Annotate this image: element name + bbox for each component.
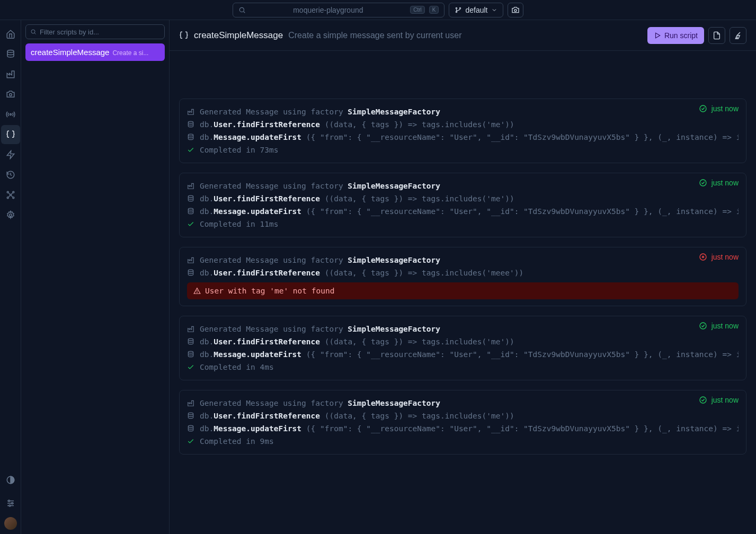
check-circle-icon (699, 322, 707, 330)
log-time: just now (711, 179, 739, 187)
factory-icon (187, 256, 195, 264)
db-icon (187, 208, 195, 215)
filter-input-wrap[interactable] (25, 24, 165, 39)
gear-icon (6, 210, 15, 220)
svg-line-16 (11, 193, 12, 194)
logs-area[interactable]: just nowGenerated Message using factory … (170, 51, 756, 534)
nav-home[interactable] (1, 24, 20, 43)
script-item-desc: Create a si... (112, 49, 148, 57)
db-icon (187, 351, 195, 358)
svg-point-33 (188, 121, 193, 123)
log-status: just now (699, 179, 739, 187)
check-icon (187, 220, 195, 228)
svg-point-0 (240, 7, 244, 12)
script-icon (179, 31, 189, 40)
home-icon (6, 29, 15, 39)
nav-config[interactable] (1, 206, 20, 225)
nav-scripts[interactable] (1, 125, 20, 144)
log-card[interactable]: just nowGenerated Message using factory … (179, 247, 746, 306)
nav-factories[interactable] (1, 65, 20, 84)
svg-point-35 (700, 180, 706, 186)
x-circle-icon (699, 253, 707, 261)
svg-point-12 (7, 197, 8, 199)
log-line: db.Message.updateFirst ({ "from": { "__r… (187, 205, 739, 218)
nav-schema[interactable] (1, 185, 20, 204)
db-icon (187, 425, 195, 432)
play-icon (654, 32, 661, 39)
chevron-down-icon (491, 7, 497, 13)
log-line: db.Message.updateFirst ({ "from": { "__r… (187, 348, 739, 361)
svg-point-6 (7, 50, 14, 53)
nav-database[interactable] (1, 44, 20, 64)
log-time: just now (711, 322, 739, 330)
log-status: just now (699, 396, 739, 404)
svg-point-36 (188, 195, 193, 198)
svg-point-26 (9, 505, 11, 506)
svg-point-14 (10, 194, 11, 196)
svg-line-31 (737, 37, 738, 39)
search-text: moquerie-playground (250, 6, 406, 14)
nav-pubsub[interactable] (1, 105, 20, 124)
svg-marker-9 (7, 151, 14, 159)
branch-icon (455, 6, 462, 14)
page-title: createSimpleMessage (194, 30, 283, 41)
svg-point-47 (700, 397, 706, 403)
kbd-ctrl: Ctrl (410, 6, 425, 14)
page-desc: Create a simple message sent by current … (288, 31, 461, 40)
svg-line-1 (244, 11, 245, 13)
svg-line-17 (8, 196, 10, 197)
svg-line-28 (34, 33, 35, 34)
svg-point-49 (188, 425, 193, 428)
script-item[interactable]: createSimpleMessage Create a si... (25, 43, 165, 61)
avatar[interactable] (4, 517, 17, 530)
svg-point-2 (456, 7, 457, 8)
graph-icon (6, 190, 15, 200)
nav-theme[interactable] (1, 470, 20, 490)
db-icon (187, 121, 195, 128)
run-script-button[interactable]: Run script (647, 27, 704, 44)
branch-selector[interactable]: default (449, 3, 503, 17)
script-icon (6, 130, 15, 139)
svg-point-11 (12, 191, 14, 193)
clear-logs-button[interactable] (730, 27, 746, 44)
svg-point-7 (9, 94, 12, 96)
log-line: db.Message.updateFirst ({ "from": { "__r… (187, 422, 739, 435)
log-line: db.User.findFirstReference ((data, { tag… (187, 118, 739, 131)
log-card[interactable]: just nowGenerated Message using factory … (179, 390, 746, 455)
nav-settings[interactable] (1, 494, 20, 513)
camera-icon (6, 90, 15, 99)
check-circle-icon (699, 104, 707, 113)
log-completed: Completed in 73ms (187, 144, 739, 156)
log-time: just now (711, 396, 739, 404)
svg-point-41 (188, 270, 193, 272)
check-icon (187, 146, 195, 154)
icon-sidebar (0, 20, 21, 534)
svg-point-4 (460, 7, 461, 8)
log-line: db.User.findFirstReference ((data, { tag… (187, 335, 739, 348)
filter-input[interactable] (40, 28, 160, 36)
svg-point-27 (31, 30, 35, 33)
camera-icon (511, 6, 520, 14)
factory-icon (187, 182, 195, 190)
svg-point-5 (514, 9, 517, 11)
log-card[interactable]: just nowGenerated Message using factory … (179, 99, 746, 163)
log-line: db.User.findFirstReference ((data, { tag… (187, 410, 739, 422)
global-search[interactable]: moquerie-playground Ctrl K (233, 3, 444, 17)
log-status: just now (699, 104, 739, 113)
open-file-button[interactable] (708, 27, 725, 44)
log-line: db.User.findFirstReference ((data, { tag… (187, 266, 739, 279)
nav-history[interactable] (1, 165, 20, 184)
log-card[interactable]: just nowGenerated Message using factory … (179, 316, 746, 380)
svg-point-3 (456, 11, 457, 12)
topbar: moquerie-playground Ctrl K default (0, 0, 756, 20)
snapshot-button[interactable] (508, 3, 523, 17)
file-icon (713, 31, 721, 40)
svg-point-19 (9, 214, 12, 217)
contrast-icon (6, 475, 15, 485)
nav-resolvers[interactable] (1, 145, 20, 164)
log-card[interactable]: just nowGenerated Message using factory … (179, 173, 746, 237)
db-icon (187, 134, 195, 141)
broom-icon (734, 31, 742, 40)
log-time: just now (711, 253, 739, 261)
nav-snapshots[interactable] (1, 85, 20, 104)
